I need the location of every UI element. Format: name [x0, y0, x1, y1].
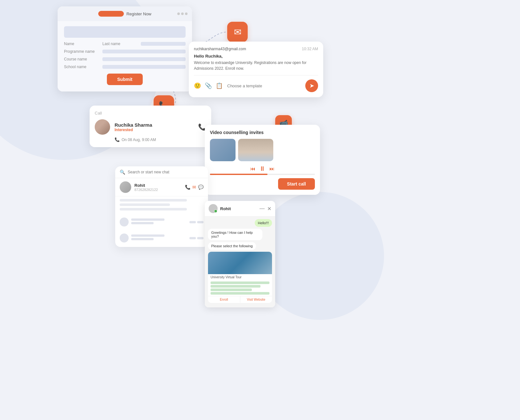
green-line-1 [211, 281, 269, 284]
school-row: School name [64, 65, 186, 69]
chat-image-caption: University Virtual Tour [208, 274, 272, 280]
msg-bubble-1: Hello!!! [255, 219, 272, 227]
rewind-icon[interactable]: ⏮ [250, 166, 255, 172]
chat-window-name: Rohit [220, 206, 260, 211]
fb-dot-3 [189, 237, 196, 239]
fb-dot-4 [197, 237, 204, 239]
email-card: ruchikarsharma43@gmail.com 10:32 AM Hell… [189, 42, 323, 97]
fb-line-1 [131, 218, 164, 221]
forward-icon[interactable]: ⏭ [269, 166, 275, 172]
caller-name: Ruchika Sharma [115, 122, 194, 128]
start-call-button[interactable]: Start call [278, 178, 315, 190]
green-line-2 [211, 285, 260, 288]
contact-whatsapp-icon[interactable]: 💬 [198, 185, 204, 190]
video-thumbnail-main [238, 139, 273, 161]
name-row: Name Last name [64, 42, 186, 46]
faded-row-3 [120, 208, 187, 210]
programme-label: Programme name [64, 49, 99, 54]
green-line-3 [211, 289, 252, 291]
faded-block-1 [115, 215, 208, 231]
video-counselling-card: Video counselling invites ⏮ ⏸ ⏭ Start ca… [205, 125, 320, 195]
send-button[interactable]: ➤ [305, 79, 318, 92]
fb-dot-2 [197, 221, 204, 223]
email-time: 10:32 AM [302, 47, 318, 51]
vc-title: Video counselling invites [210, 130, 315, 135]
email-body: Welcome to extraaedge University. Regist… [194, 60, 318, 71]
video-progress-fill [210, 174, 268, 175]
msg-bubble-3: Please select the following [208, 242, 256, 250]
chat-search-input[interactable] [128, 170, 204, 174]
call-card: Call Ruchika Sharma Interested 📞 📞 On 08… [90, 106, 211, 147]
lastname-label: Last name [102, 42, 138, 46]
register-form-card: Register Now Name Last name Programme na… [58, 6, 192, 91]
enroll-button[interactable]: Enroll [208, 296, 240, 303]
register-title: Register Now [126, 12, 151, 16]
register-header-pill [98, 11, 124, 17]
contact-email-icon[interactable]: ✉ [192, 185, 196, 190]
chat-window-avatar [209, 204, 218, 213]
chat-image-card: University Virtual Tour Enroll Visit Web… [208, 252, 272, 303]
caller-status: Interested [115, 128, 194, 132]
chat-window-controls: — ✕ [260, 206, 271, 212]
minimize-icon[interactable]: — [260, 206, 265, 212]
chat-panel: 🔍 Rohit 872628282122 📞 ✉ 💬 [115, 166, 208, 247]
close-icon[interactable]: ✕ [267, 206, 271, 212]
course-label: Course name [64, 57, 99, 61]
faded-row-1 [120, 199, 187, 202]
chat-image [208, 252, 272, 274]
school-label: School name [64, 65, 99, 69]
school-input-bar [102, 65, 186, 69]
video-thumbnail-left [210, 139, 236, 161]
caller-avatar [95, 119, 110, 135]
email-from: ruchikarsharma43@gmail.com [194, 47, 246, 51]
fb-dot-1 [189, 221, 196, 223]
template-input[interactable] [226, 82, 302, 90]
pause-icon[interactable]: ⏸ [259, 165, 266, 172]
course-row: Course name [64, 57, 186, 61]
programme-row: Programme name [64, 49, 186, 54]
dot2 [181, 12, 184, 15]
dot3 [185, 12, 188, 15]
chat-list-faded [115, 196, 208, 215]
fb-line-3 [131, 234, 164, 237]
contact-call-icon[interactable]: 📞 [185, 185, 190, 190]
chat-messages: Hello!!! Greetings ! How can I help you?… [205, 217, 275, 307]
programme-input-bar [102, 50, 186, 53]
contact-phone: 872628282122 [134, 188, 182, 192]
email-icon: ✉ [234, 27, 241, 37]
green-line-4 [211, 292, 269, 295]
video-controls: ⏮ ⏸ ⏭ [210, 165, 315, 172]
contact-actions: 📞 ✉ 💬 [185, 185, 204, 190]
attach-icon[interactable]: 📎 [205, 82, 212, 89]
call-time: On 08 Aug, 9:00 AM [122, 138, 156, 142]
name-label: Name [64, 42, 99, 46]
contact-name: Rohit [134, 183, 182, 188]
visit-website-button[interactable]: Visit Website [240, 296, 272, 303]
fb-circle-2 [120, 234, 129, 242]
emoji-icon[interactable]: 🙂 [194, 82, 201, 89]
faded-row-2 [120, 203, 170, 206]
submit-button[interactable]: Submit [107, 74, 142, 85]
fb-line-2 [131, 222, 154, 224]
form-top-bar [64, 26, 186, 38]
send-icon: ➤ [309, 82, 314, 89]
email-greeting: Hello Ruchika, [194, 54, 318, 59]
msg-bubble-2: Greetings ! How can I help you? [208, 229, 262, 240]
course-input-bar [102, 57, 186, 61]
faded-block-2 [115, 231, 208, 247]
lastname-input-bar [141, 42, 186, 46]
video-progress-bar [210, 174, 315, 175]
contact-avatar [120, 181, 131, 193]
fb-circle-1 [120, 218, 129, 226]
fb-line-4 [131, 238, 154, 240]
template-icon[interactable]: 📋 [216, 82, 223, 89]
call-label: Call [95, 111, 206, 115]
dot1 [177, 12, 180, 15]
chat-search-icon: 🔍 [120, 170, 125, 175]
email-bubble: ✉ [227, 22, 248, 42]
chat-list-item: Rohit 872628282122 📞 ✉ 💬 [115, 178, 208, 196]
call-time-phone-icon: 📞 [115, 137, 120, 142]
chat-window: Rohit — ✕ Hello!!! Greetings ! How can I… [205, 201, 275, 307]
